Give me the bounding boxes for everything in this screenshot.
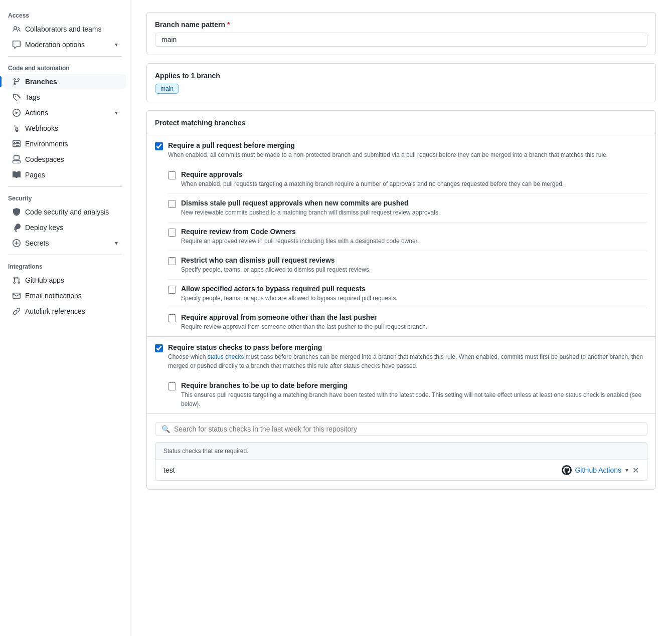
sub-option-3: Restrict who can dismiss pull request re… <box>168 251 647 280</box>
report-icon <box>12 40 21 49</box>
status-sub-option-0: Require branches to be up to date before… <box>168 376 647 413</box>
pages-icon <box>12 170 21 179</box>
sidebar-item-branches[interactable]: Branches <box>4 74 126 89</box>
sidebar-item-pages-label: Pages <box>25 171 45 179</box>
require-other-approver-checkbox[interactable] <box>168 314 176 322</box>
sidebar-item-actions[interactable]: Actions ▾ <box>4 105 126 120</box>
require-status-checkbox[interactable] <box>155 344 163 352</box>
sidebar-item-autolink[interactable]: Autolink references <box>4 304 126 319</box>
chevron-down-icon-actions: ▾ <box>115 109 118 116</box>
sidebar-item-webhooks[interactable]: Webhooks <box>4 121 126 136</box>
require-pr-desc: When enabled, all commits must be made t… <box>168 150 608 159</box>
close-status-check-button[interactable]: ✕ <box>632 466 639 475</box>
status-check-row: test GitHub Actions ▾ ✕ <box>155 460 647 480</box>
restrict-dismiss-content: Restrict who can dismiss pull request re… <box>181 256 371 274</box>
applies-section: Applies to 1 branch main <box>147 64 655 102</box>
pr-sub-options: Require approvals When enabled, pull req… <box>147 165 655 337</box>
allow-bypass-desc: Specify people, teams, or apps who are a… <box>181 294 398 303</box>
sidebar-item-environments[interactable]: Environments <box>4 136 126 151</box>
status-check-search-input[interactable] <box>174 425 641 433</box>
applies-to-card: Applies to 1 branch main <box>146 63 656 102</box>
status-checks-required-box: Status checks that are required. test Gi… <box>155 442 647 481</box>
sidebar-item-environments-label: Environments <box>25 140 68 148</box>
tag-icon <box>12 93 21 102</box>
dismiss-stale-checkbox[interactable] <box>168 200 176 208</box>
people-icon <box>12 25 21 34</box>
protect-card: Protect matching branches Require a pull… <box>146 110 656 490</box>
require-status-row: Require status checks to pass before mer… <box>147 337 655 376</box>
codespaces-icon <box>12 155 21 164</box>
require-up-to-date-content: Require branches to be up to date before… <box>181 381 647 408</box>
restrict-dismiss-title: Restrict who can dismiss pull request re… <box>181 256 371 264</box>
sidebar: Access Collaborators and teams Moderatio… <box>0 0 130 636</box>
sub-option-1: Dismiss stale pull request approvals whe… <box>168 194 647 223</box>
sidebar-divider-2 <box>8 186 122 187</box>
status-checks-link[interactable]: status checks <box>208 353 244 360</box>
sidebar-item-secrets[interactable]: Secrets ▾ <box>4 236 126 251</box>
require-other-approver-desc: Require review approval from someone oth… <box>181 322 427 331</box>
sidebar-item-code-security-label: Code security and analysis <box>25 208 109 216</box>
status-check-search-box[interactable]: 🔍 <box>155 422 647 436</box>
chevron-down-icon-secrets: ▾ <box>115 240 118 247</box>
require-status-content: Require status checks to pass before mer… <box>168 343 647 370</box>
restrict-dismiss-desc: Specify people, teams, or apps allowed t… <box>181 265 371 274</box>
protect-header: Protect matching branches <box>147 111 655 135</box>
require-code-owners-desc: Require an approved review in pull reque… <box>181 237 419 246</box>
github-actions-label: GitHub Actions <box>575 466 621 474</box>
require-approvals-title: Require approvals <box>181 170 564 178</box>
chevron-down-icon: ▾ <box>115 41 118 48</box>
sidebar-security-label: Security <box>0 191 130 204</box>
main-content: Branch name pattern * Applies to 1 branc… <box>130 0 672 636</box>
webhook-icon <box>12 124 21 133</box>
branch-name-input[interactable] <box>155 33 647 47</box>
require-approvals-checkbox[interactable] <box>168 171 176 179</box>
sidebar-item-github-apps-label: GitHub apps <box>25 276 64 284</box>
require-approvals-desc: When enabled, pull requests targeting a … <box>181 179 564 188</box>
dropdown-arrow-icon[interactable]: ▾ <box>625 467 628 474</box>
sidebar-item-pages[interactable]: Pages <box>4 167 126 182</box>
sidebar-item-moderation[interactable]: Moderation options ▾ <box>4 37 126 52</box>
allow-bypass-checkbox[interactable] <box>168 286 176 294</box>
require-code-owners-content: Require review from Code Owners Require … <box>181 228 419 246</box>
sidebar-item-collaborators[interactable]: Collaborators and teams <box>4 22 126 37</box>
protect-title: Protect matching branches <box>155 119 647 127</box>
require-other-approver-title: Require approval from someone other than… <box>181 313 427 321</box>
restrict-dismiss-checkbox[interactable] <box>168 257 176 265</box>
applies-label: Applies to 1 branch <box>155 72 647 80</box>
status-check-actions: GitHub Actions ▾ ✕ <box>562 465 639 475</box>
dismiss-stale-content: Dismiss stale pull request approvals whe… <box>181 199 440 217</box>
github-actions-link[interactable]: GitHub Actions <box>562 465 621 475</box>
sidebar-divider-3 <box>8 255 122 255</box>
branch-name-pattern-card: Branch name pattern * <box>146 12 656 55</box>
sidebar-item-email-notifications[interactable]: Email notifications <box>4 288 126 303</box>
server-icon <box>12 139 21 148</box>
require-pr-section: Require a pull request before merging Wh… <box>147 135 655 337</box>
play-icon <box>12 108 21 117</box>
sidebar-item-tags[interactable]: Tags <box>4 90 126 105</box>
sidebar-item-deploy-keys[interactable]: Deploy keys <box>4 220 126 235</box>
sidebar-item-codespaces[interactable]: Codespaces <box>4 152 126 167</box>
sidebar-item-github-apps[interactable]: GitHub apps <box>4 273 126 288</box>
status-check-name: test <box>163 466 175 474</box>
require-code-owners-checkbox[interactable] <box>168 229 176 237</box>
github-actions-icon <box>562 465 572 475</box>
require-up-to-date-checkbox[interactable] <box>168 382 176 390</box>
sidebar-item-secrets-label: Secrets <box>25 239 49 247</box>
link-icon <box>12 307 21 316</box>
sidebar-item-branches-label: Branches <box>25 78 57 86</box>
sidebar-item-webhooks-label: Webhooks <box>25 124 58 132</box>
require-pr-checkbox[interactable] <box>155 142 163 150</box>
dismiss-stale-title: Dismiss stale pull request approvals whe… <box>181 199 440 207</box>
sub-option-2: Require review from Code Owners Require … <box>168 223 647 251</box>
sidebar-divider-1 <box>8 56 122 57</box>
shield-icon <box>12 207 21 217</box>
dismiss-stale-desc: New reviewable commits pushed to a match… <box>181 208 440 217</box>
branch-name-label: Branch name pattern * <box>155 21 647 29</box>
allow-bypass-title: Allow specified actors to bypass require… <box>181 285 398 293</box>
sidebar-item-code-security[interactable]: Code security and analysis <box>4 204 126 220</box>
require-status-section: Require status checks to pass before mer… <box>147 337 655 489</box>
require-status-desc: Choose which status checks must pass bef… <box>168 352 647 370</box>
require-status-title: Require status checks to pass before mer… <box>168 343 647 351</box>
sub-option-5: Require approval from someone other than… <box>168 308 647 336</box>
sidebar-item-moderation-label: Moderation options <box>25 41 85 49</box>
